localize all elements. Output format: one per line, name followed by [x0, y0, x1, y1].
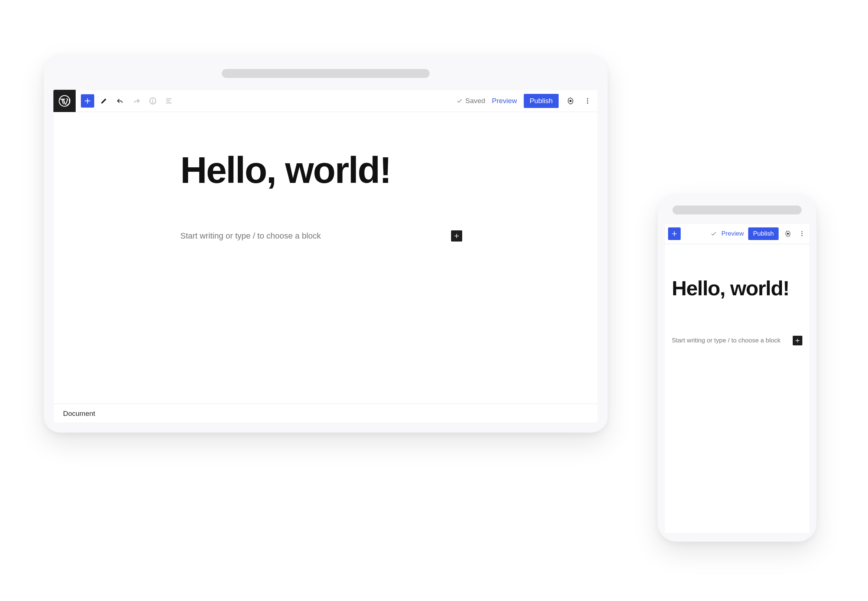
svg-point-4: [587, 98, 588, 99]
block-placeholder-text: Start writing or type / to choose a bloc…: [180, 231, 321, 241]
svg-point-3: [570, 100, 572, 102]
more-vertical-icon: [799, 230, 805, 237]
more-vertical-icon: [584, 97, 591, 105]
pencil-icon: [100, 97, 108, 105]
plus-icon: [671, 230, 678, 238]
undo-icon: [116, 97, 124, 105]
editor-toolbar: Preview Publish: [664, 223, 810, 244]
more-menu-button[interactable]: [797, 229, 807, 238]
check-icon: [710, 230, 717, 237]
tablet-screen: Saved Preview Publish: [53, 90, 598, 423]
plus-icon: [795, 338, 801, 343]
preview-button[interactable]: Preview: [492, 97, 517, 105]
editor-footer: Document: [53, 404, 598, 423]
save-status-label: Saved: [465, 97, 485, 105]
editor-toolbar: Saved Preview Publish: [53, 90, 598, 112]
list-view-icon: [165, 97, 173, 105]
more-menu-button[interactable]: [582, 96, 593, 106]
svg-point-9: [802, 233, 803, 234]
post-title-input[interactable]: Hello, world!: [672, 276, 803, 300]
wordpress-logo-button[interactable]: [53, 90, 76, 112]
check-icon: [456, 98, 463, 104]
svg-point-7: [787, 233, 789, 235]
undo-button[interactable]: [114, 94, 127, 108]
svg-point-2: [152, 99, 153, 100]
info-icon: [149, 97, 157, 105]
edit-mode-button[interactable]: [97, 94, 111, 108]
tablet-device-frame: Saved Preview Publish: [44, 55, 608, 433]
outline-button[interactable]: [163, 94, 176, 108]
phone-device-frame: Preview Publish Hello,: [658, 194, 816, 542]
settings-button[interactable]: [565, 96, 576, 106]
publish-button[interactable]: Publish: [748, 227, 779, 240]
inline-add-block-button[interactable]: [451, 230, 462, 241]
settings-button[interactable]: [783, 229, 793, 238]
default-block-appender[interactable]: Start writing or type / to choose a bloc…: [672, 336, 803, 345]
phone-screen: Preview Publish Hello,: [664, 223, 810, 534]
redo-button[interactable]: [130, 94, 143, 108]
gear-icon: [566, 97, 574, 105]
svg-point-6: [587, 102, 588, 104]
redo-icon: [132, 97, 140, 105]
details-button[interactable]: [146, 94, 160, 108]
save-status: [710, 230, 717, 237]
add-block-button[interactable]: [81, 94, 94, 108]
preview-button[interactable]: Preview: [722, 230, 744, 238]
plus-icon: [84, 97, 91, 105]
editor-canvas[interactable]: Hello, world! Start writing or type / to…: [53, 112, 598, 404]
inline-add-block-button[interactable]: [793, 336, 803, 345]
add-block-button[interactable]: [668, 227, 681, 240]
device-speaker: [673, 206, 802, 214]
svg-point-8: [802, 231, 803, 232]
svg-point-5: [587, 100, 588, 101]
plus-icon: [453, 233, 460, 239]
save-status: Saved: [456, 97, 485, 105]
breadcrumb[interactable]: Document: [63, 410, 95, 418]
gear-icon: [784, 230, 792, 238]
default-block-appender[interactable]: Start writing or type / to choose a bloc…: [180, 230, 462, 241]
publish-button[interactable]: Publish: [524, 94, 559, 108]
svg-point-10: [802, 235, 803, 236]
device-speaker: [222, 69, 429, 78]
post-title-input[interactable]: Hello, world!: [180, 151, 462, 189]
block-placeholder-text: Start writing or type / to choose a bloc…: [672, 337, 780, 344]
wordpress-icon: [58, 95, 71, 107]
editor-canvas[interactable]: Hello, world! Start writing or type / to…: [664, 244, 810, 345]
